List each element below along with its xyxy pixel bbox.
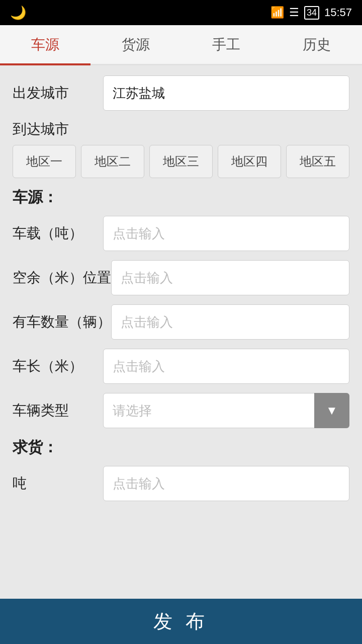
clock: 15:57 <box>324 6 352 19</box>
status-bar: 🌙 📶 ☰ 34 15:57 <box>0 0 362 25</box>
car-type-select[interactable]: 请选择 平板车 高栏车 厢式车 冷藏车 罐车 <box>103 393 349 428</box>
tons-row: 吨 <box>13 466 349 501</box>
tab-che[interactable]: 车源 <box>0 25 90 64</box>
region-btn-2[interactable]: 地区二 <box>81 145 144 178</box>
car-count-row: 有车数量（辆） <box>13 304 349 340</box>
region-btn-4[interactable]: 地区四 <box>218 145 281 178</box>
car-type-select-wrapper: 请选择 平板车 高栏车 厢式车 冷藏车 罐车 <box>103 393 349 428</box>
car-count-label: 有车数量（辆） <box>13 312 111 332</box>
car-type-label: 车辆类型 <box>13 400 103 420</box>
car-load-row: 车载（吨） <box>13 216 349 251</box>
space-label: 空余（米）位置 <box>13 268 111 287</box>
main-content: 出发城市 到达城市 地区一 地区二 地区三 地区四 地区五 车源： 车载（吨） … <box>0 65 362 599</box>
arrival-city-section: 到达城市 地区一 地区二 地区三 地区四 地区五 <box>13 120 349 178</box>
wifi-icon: 📶 <box>270 6 284 19</box>
status-right-group: 📶 ☰ 34 15:57 <box>270 6 352 20</box>
tab-huo[interactable]: 货源 <box>90 25 181 64</box>
car-count-input[interactable] <box>111 304 349 340</box>
tons-label: 吨 <box>13 473 103 493</box>
car-length-row: 车长（米） <box>13 349 349 384</box>
departure-city-label: 出发城市 <box>13 83 103 103</box>
tab-bar: 车源 货源 手工 历史 <box>0 25 362 65</box>
region-btn-5[interactable]: 地区五 <box>286 145 349 178</box>
departure-city-input[interactable] <box>103 75 349 111</box>
region-btn-3[interactable]: 地区三 <box>149 145 213 178</box>
car-type-row: 车辆类型 请选择 平板车 高栏车 厢式车 冷藏车 罐车 <box>13 393 349 428</box>
region-btn-1[interactable]: 地区一 <box>13 145 76 178</box>
space-row: 空余（米）位置 <box>13 260 349 295</box>
tons-input[interactable] <box>103 466 349 501</box>
goods-header: 求货： <box>13 437 349 458</box>
signal-icon: ☰ <box>289 6 299 19</box>
departure-city-row: 出发城市 <box>13 75 349 111</box>
space-input[interactable] <box>111 260 349 295</box>
battery-indicator: 34 <box>304 6 319 20</box>
status-moon-icon: 🌙 <box>10 5 26 21</box>
tab-shougong[interactable]: 手工 <box>181 25 272 64</box>
car-length-label: 车长（米） <box>13 356 103 376</box>
car-length-input[interactable] <box>103 349 349 384</box>
vehicle-source-header: 车源： <box>13 187 349 208</box>
region-button-group: 地区一 地区二 地区三 地区四 地区五 <box>13 145 349 178</box>
tab-lishi[interactable]: 历史 <box>272 25 362 64</box>
car-load-label: 车载（吨） <box>13 223 103 243</box>
car-load-input[interactable] <box>103 216 349 251</box>
arrival-city-label: 到达城市 <box>13 120 349 139</box>
publish-button[interactable]: 发 布 <box>0 599 362 644</box>
